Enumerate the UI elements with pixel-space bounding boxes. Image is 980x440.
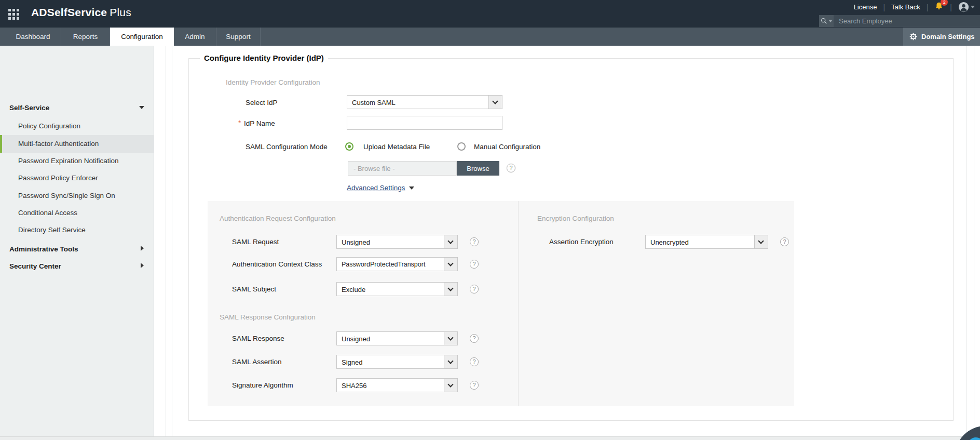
help-icon[interactable]: [470, 285, 479, 294]
sidebar-item-password-expiration-notification[interactable]: Password Expiration Notification: [18, 157, 119, 165]
license-link[interactable]: License: [854, 3, 877, 11]
user-avatar[interactable]: [958, 2, 975, 12]
help-icon[interactable]: [507, 164, 515, 172]
domain-settings-button[interactable]: Domain Settings: [903, 28, 980, 46]
gear-icon: [909, 33, 917, 41]
saml-request-dropdown[interactable]: Unsigned: [336, 235, 458, 249]
notification-count-badge: 2: [941, 0, 948, 6]
chevron-down-icon: [444, 379, 457, 392]
chevron-down-icon: [444, 332, 457, 345]
authentication-context-class-label: Authentication Context Class: [232, 260, 322, 268]
sidebar-item-policy-configuration[interactable]: Policy Configuration: [18, 122, 80, 130]
brand-logo: ADSelfServicePlus: [31, 6, 131, 19]
signature-algorithm-label: Signature Algorithm: [232, 381, 293, 389]
chevron-down-icon: [828, 20, 833, 22]
saml-subject-label: SAML Subject: [232, 285, 276, 293]
saml-response-dropdown[interactable]: Unsigned: [336, 331, 458, 345]
sidebar-section-administrative-tools[interactable]: Administrative Tools: [9, 245, 78, 253]
search-input[interactable]: [834, 15, 980, 27]
chevron-right-icon: [141, 263, 144, 268]
chevron-down-icon: [444, 355, 457, 368]
search-icon[interactable]: [819, 15, 834, 27]
chevron-down-icon: [444, 283, 457, 296]
notification-bell-icon[interactable]: 2: [934, 2, 944, 12]
sidebar-section-security-center[interactable]: Security Center: [9, 262, 61, 270]
advanced-settings-link[interactable]: Advanced Settings: [347, 184, 405, 192]
divider: |: [927, 3, 929, 11]
section-title-saml-response-configuration: SAML Response Configuration: [220, 313, 316, 321]
tab-configuration[interactable]: Configuration: [110, 28, 174, 46]
divider: |: [950, 3, 952, 11]
select-idp-label: Select IdP: [246, 99, 278, 106]
help-icon[interactable]: [470, 260, 479, 269]
radio-manual-configuration-label: Manual Configuration: [474, 143, 540, 151]
help-icon[interactable]: [470, 357, 479, 366]
idp-name-input[interactable]: [347, 116, 502, 130]
chevron-down-icon: [754, 235, 768, 248]
sidebar-item-directory-self-service[interactable]: Directory Self Service: [18, 226, 86, 234]
top-bar: ADSelfServicePlus License | Talk Back | …: [0, 0, 980, 28]
employee-search: [819, 15, 980, 27]
chevron-down-icon: [444, 258, 457, 271]
column-divider: [518, 201, 519, 406]
talkback-link[interactable]: Talk Back: [891, 3, 920, 11]
chevron-down-icon: [444, 235, 457, 248]
tab-support[interactable]: Support: [216, 28, 261, 46]
content-edge-line: [967, 46, 967, 436]
radio-upload-metadata-file-label: Upload Metadata File: [363, 143, 430, 151]
divider: |: [883, 3, 885, 11]
help-icon[interactable]: [470, 381, 479, 390]
help-icon[interactable]: [780, 237, 789, 246]
sidebar-item-password-sync-single-sign-on[interactable]: Password Sync/Single Sign On: [18, 192, 115, 199]
panel-splitter[interactable]: [166, 46, 166, 436]
chevron-down-icon: [971, 6, 975, 8]
sidebar-item-password-policy-enforcer[interactable]: Password Policy Enforcer: [18, 174, 98, 182]
help-icon[interactable]: [470, 334, 479, 343]
advanced-settings-panel: [208, 201, 794, 406]
radio-upload-metadata-file[interactable]: [345, 142, 353, 151]
radio-manual-configuration[interactable]: [457, 142, 466, 151]
section-title-encryption-configuration: Encryption Configuration: [537, 215, 614, 222]
required-marker: *: [238, 119, 241, 127]
chevron-down-icon: [488, 96, 502, 109]
chevron-down-icon: [409, 186, 414, 190]
saml-assertion-label: SAML Assertion: [232, 358, 282, 366]
assertion-encryption-dropdown[interactable]: Unencrypted: [645, 235, 768, 249]
chevron-down-icon: [139, 106, 144, 109]
sidebar-section-self-service[interactable]: Self-Service: [9, 104, 49, 112]
saml-assertion-dropdown[interactable]: Signed: [336, 355, 458, 369]
saml-response-label: SAML Response: [232, 335, 284, 342]
app-launcher-icon[interactable]: [8, 9, 22, 21]
panel-splitter[interactable]: [172, 46, 172, 436]
browse-button[interactable]: Browse: [457, 161, 499, 176]
scrollbar-track[interactable]: [974, 46, 974, 436]
tab-admin[interactable]: Admin: [174, 28, 216, 46]
sidebar-item-conditional-access[interactable]: Conditional Access: [18, 209, 77, 217]
page-bottom-edge: [0, 436, 980, 440]
authentication-context-class-dropdown[interactable]: PasswordProtectedTransport: [336, 257, 458, 271]
sidebar: Self-Service Policy Configuration Multi-…: [0, 46, 154, 436]
metadata-file-input[interactable]: [348, 161, 457, 176]
chevron-right-icon: [141, 246, 144, 251]
help-icon[interactable]: [470, 237, 479, 246]
idp-name-label: IdP Name: [244, 119, 275, 127]
saml-configuration-mode-label: SAML Configuration Mode: [246, 143, 328, 151]
signature-algorithm-dropdown[interactable]: SHA256: [336, 378, 458, 392]
section-title-authentication-request-configuration: Authentication Request Configuration: [220, 215, 336, 222]
saml-request-label: SAML Request: [232, 238, 279, 246]
tab-dashboard[interactable]: Dashboard: [5, 28, 61, 46]
section-title-identity-provider-configuration: Identity Provider Configuration: [226, 78, 320, 86]
assertion-encryption-label: Assertion Encryption: [549, 238, 614, 246]
saml-subject-dropdown[interactable]: Exclude: [336, 282, 458, 296]
sidebar-item-multi-factor-authentication[interactable]: Multi-factor Authentication: [18, 140, 99, 148]
page-title: Configure Identity Provider (IdP): [200, 54, 328, 62]
main-nav-bar: Dashboard Reports Configuration Admin Su…: [0, 28, 980, 46]
brand-swoosh-icon: [122, 2, 140, 20]
tab-reports[interactable]: Reports: [61, 28, 110, 46]
select-idp-dropdown[interactable]: Custom SAML: [347, 95, 502, 109]
